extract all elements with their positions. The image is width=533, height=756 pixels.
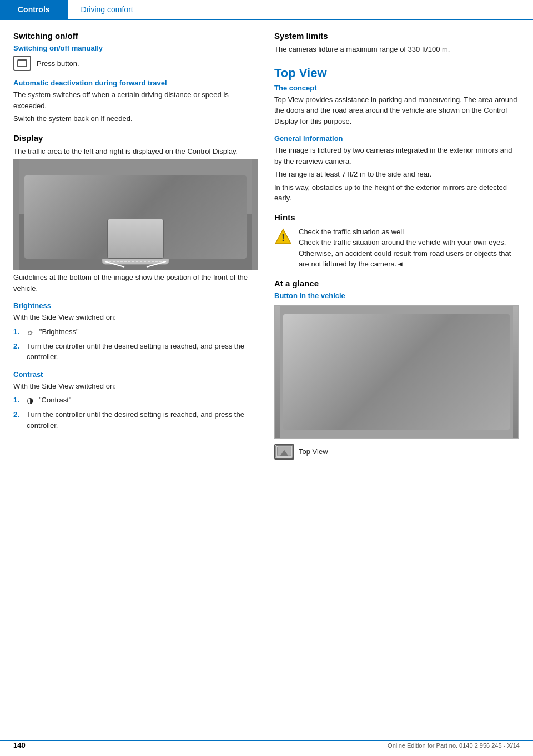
svg-rect-7	[108, 214, 163, 253]
brightness-step1: 1. ☼ "Brightness"	[13, 326, 258, 338]
tab-controls-label: Controls	[18, 5, 50, 14]
svg-rect-24	[447, 356, 457, 364]
svg-rect-27	[335, 361, 363, 384]
svg-rect-0	[19, 159, 252, 270]
brightness-step1-icon: ☼	[27, 326, 34, 338]
warning-icon: !	[274, 228, 292, 245]
switching-manual-title: Switching on/off manually	[13, 44, 258, 52]
contrast-step2: 2. Turn the controller until the desired…	[13, 409, 258, 431]
tab-controls[interactable]: Controls	[0, 0, 68, 19]
auto-deact-title: Automatic deactivation during forward tr…	[13, 79, 258, 87]
svg-rect-18	[419, 339, 463, 395]
brightness-step2: 2. Turn the controller until the desired…	[13, 341, 258, 362]
contrast-intro: With the Side View switched on:	[13, 381, 258, 392]
left-column: Switching on/off Switching on/off manual…	[13, 31, 258, 464]
contrast-step1-num: 1.	[13, 395, 22, 406]
display-image	[13, 159, 258, 270]
button-vehicle-title: Button in the vehicle	[274, 291, 519, 300]
svg-rect-14	[291, 317, 502, 428]
contrast-title: Contrast	[13, 370, 258, 379]
display-text: The traffic area to the left and right i…	[13, 146, 258, 157]
page-footer: 140 Online Edition for Part no. 0140 2 9…	[0, 740, 533, 749]
contrast-step2-text: Turn the controller until the desired se…	[27, 409, 258, 431]
svg-point-17	[370, 340, 390, 360]
caption-icon	[274, 444, 294, 460]
page-number: 140	[13, 741, 26, 749]
general-info-text1: The image is lidtured by two cameras int…	[274, 145, 519, 167]
concept-text: Top View provides assistance in parking …	[274, 94, 519, 127]
svg-rect-19	[423, 344, 433, 351]
button-icon	[13, 56, 31, 71]
svg-rect-15	[324, 328, 469, 417]
contrast-step1-text: "Contrast"	[39, 395, 71, 406]
system-limits-text: The cameras lidture a maximum range of 3…	[274, 44, 519, 55]
concept-title: The concept	[274, 84, 519, 92]
right-column: System limits The cameras lidture a maxi…	[274, 31, 519, 464]
contrast-step1: 1. ◑ "Contrast"	[13, 395, 258, 406]
button-vehicle-image-svg	[275, 306, 518, 439]
hints-box: ! Check the traffic situation as well Ch…	[274, 226, 519, 270]
hints-text-block: Check the traffic situation as well Chec…	[299, 226, 519, 270]
brightness-step1-num: 1.	[13, 326, 22, 338]
svg-rect-13	[280, 306, 513, 439]
svg-point-16	[363, 345, 396, 400]
svg-point-26	[444, 381, 460, 397]
at-glance-title: At a glance	[274, 279, 519, 288]
auto-deact-text1: The system switches off when a certain d…	[13, 89, 258, 111]
hints-title: Hints	[274, 213, 519, 222]
image-caption: Guidelines at the bottom of the image sh…	[13, 272, 258, 294]
svg-rect-30	[358, 394, 370, 401]
svg-rect-5	[188, 200, 238, 245]
svg-rect-4	[180, 192, 247, 259]
svg-rect-6	[102, 209, 169, 264]
switching-title: Switching on/off	[13, 31, 258, 41]
svg-rect-23	[435, 356, 445, 364]
button-icon-inner	[17, 59, 27, 67]
brightness-step1-text: "Brightness"	[39, 326, 79, 338]
general-info-text2: The range is at least 7 ft/2 m to the si…	[274, 169, 519, 180]
brightness-step2-text: Turn the controller until the desired se…	[27, 341, 258, 362]
contrast-step1-icon: ◑	[27, 395, 33, 406]
contrast-step2-num: 2.	[13, 409, 22, 431]
main-content: Switching on/off Switching on/off manual…	[0, 20, 533, 475]
svg-rect-28	[338, 364, 360, 380]
caption-icon-svg	[275, 444, 293, 460]
top-view-heading: Top View	[274, 66, 519, 80]
auto-deact-text2: Switch the system back on if needed.	[13, 113, 258, 124]
brightness-intro: With the Side View switched on:	[13, 312, 258, 323]
caption-label: Top View	[299, 447, 328, 456]
general-info-title: General information	[274, 134, 519, 143]
system-limits-title: System limits	[274, 31, 519, 41]
brightness-step2-num: 2.	[13, 341, 22, 362]
svg-rect-2	[24, 192, 91, 259]
svg-point-25	[440, 377, 464, 401]
general-info-text3: In this way, obstacles up to the height …	[274, 182, 519, 204]
display-image-svg	[13, 159, 258, 270]
press-button-label: Press button.	[37, 59, 79, 68]
hints-warning1: Check the traffic situation as well	[299, 226, 519, 238]
online-edition: Online Edition for Part no. 0140 2 956 2…	[388, 742, 520, 749]
tab-driving-label: Driving comfort	[81, 5, 133, 14]
svg-rect-20	[435, 344, 445, 351]
header-tabs: Controls Driving comfort	[0, 0, 533, 20]
button-vehicle-image	[274, 305, 519, 439]
brightness-title: Brightness	[13, 301, 258, 310]
tab-driving[interactable]: Driving comfort	[68, 0, 147, 19]
brightness-list: 1. ☼ "Brightness" 2. Turn the controller…	[13, 326, 258, 362]
press-button-row: Press button.	[13, 56, 258, 71]
hints-warning2: Check the traffic situation around the v…	[299, 237, 519, 270]
svg-rect-29	[356, 392, 372, 403]
svg-rect-22	[423, 356, 433, 364]
svg-text:!: !	[281, 233, 284, 243]
caption-row: Top View	[274, 444, 519, 460]
contrast-list: 1. ◑ "Contrast" 2. Turn the controller u…	[13, 395, 258, 431]
svg-rect-21	[447, 344, 457, 351]
display-title: Display	[13, 133, 258, 143]
svg-rect-3	[33, 200, 83, 245]
